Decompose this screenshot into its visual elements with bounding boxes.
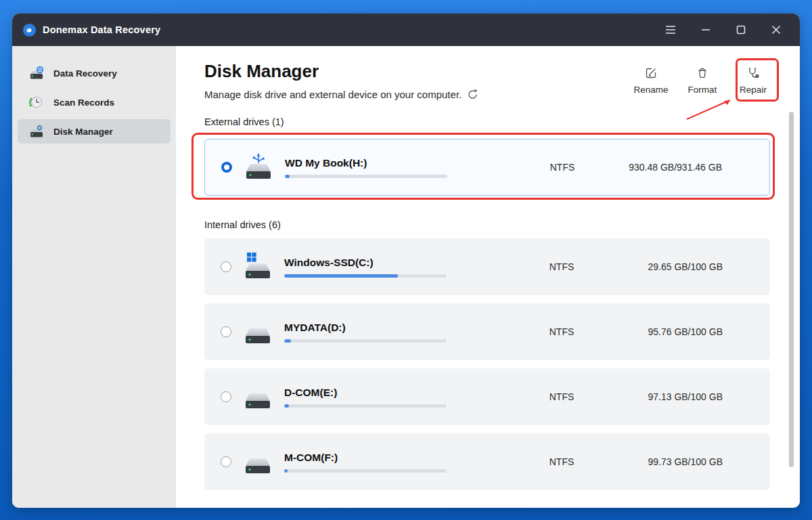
capacity-label: 930.48 GB/931.46 GB [629, 162, 722, 173]
window-title: Donemax Data Recovery [43, 24, 160, 35]
drive-row-windows-ssd[interactable]: Windows-SSD(C:) NTFS 29.65 GB/100 GB [204, 238, 770, 295]
subtitle-row: Manage disk drive and external device on… [204, 89, 478, 100]
radio-unselected[interactable] [221, 261, 231, 272]
capacity-label: 99.73 GB/100 GB [648, 456, 723, 467]
filesystem-label: NTFS [533, 391, 591, 402]
radio-selected[interactable] [221, 162, 232, 173]
drive-info: D-COM(E:) [284, 387, 447, 408]
format-button[interactable]: Format [682, 66, 723, 95]
usb-drive-icon [242, 152, 275, 183]
usage-bar-fill [284, 469, 288, 473]
titlebar: Donemax Data Recovery [12, 14, 800, 46]
usage-bar-fill [285, 175, 290, 178]
repair-stethoscope-icon [746, 66, 760, 80]
filesystem-label: NTFS [533, 326, 591, 337]
close-icon[interactable] [767, 20, 785, 40]
radio-unselected[interactable] [221, 326, 231, 337]
drive-row-m-com[interactable]: M-COM(F:) NTFS 99.73 GB/100 GB [204, 433, 770, 490]
sidebar-item-label: Scan Records [53, 98, 114, 108]
annotation-arrow [682, 95, 739, 125]
radio-unselected[interactable] [221, 391, 231, 402]
usage-bar [284, 469, 447, 473]
usage-bar [284, 339, 447, 343]
filesystem-label: NTFS [533, 162, 591, 173]
sidebar-item-scan-records[interactable]: Scan Records [18, 90, 171, 114]
scan-records-icon [28, 95, 45, 110]
drive-row-d-com[interactable]: D-COM(E:) NTFS 97.13 GB/100 GB [204, 368, 770, 425]
usage-bar [284, 404, 447, 408]
drive-row-mydata[interactable]: MYDATA(D:) NTFS 95.76 GB/100 GB [204, 303, 770, 360]
drive-name: Windows-SSD(C:) [284, 257, 447, 269]
desktop: { "window": { "title": "Donemax Data Rec… [0, 0, 812, 520]
page-subtitle: Manage disk drive and external device on… [204, 89, 461, 100]
drive-info: Windows-SSD(C:) [284, 257, 447, 278]
drive-name: D-COM(E:) [284, 387, 447, 399]
drive-icon [242, 446, 274, 477]
section-external-drives: External drives (1) [204, 116, 284, 127]
sidebar-item-data-recovery[interactable]: Data Recovery [18, 61, 171, 85]
usage-bar [284, 274, 447, 278]
main-content: Disk Manager Manage disk drive and exter… [176, 46, 800, 508]
rename-edit-icon [644, 66, 658, 80]
sidebar-item-label: Data Recovery [53, 68, 117, 79]
drive-icon [242, 381, 274, 412]
disk-gear-icon [28, 124, 45, 139]
maximize-icon[interactable] [732, 20, 750, 40]
format-trash-icon [696, 66, 709, 80]
menu-icon[interactable] [662, 20, 679, 40]
repair-button[interactable]: Repair [733, 66, 773, 95]
scrollbar-thumb[interactable] [789, 112, 794, 467]
filesystem-label: NTFS [533, 456, 591, 467]
usage-bar-fill [284, 274, 398, 278]
sidebar-item-label: Disk Manager [53, 127, 113, 137]
usage-bar [285, 175, 447, 178]
drive-name: MYDATA(D:) [284, 322, 447, 334]
capacity-label: 95.76 GB/100 GB [648, 326, 723, 337]
minimize-icon[interactable] [697, 20, 715, 40]
drive-icon [242, 316, 274, 347]
capacity-label: 97.13 GB/100 GB [648, 391, 723, 402]
drive-info: MYDATA(D:) [284, 322, 447, 343]
filesystem-label: NTFS [533, 261, 591, 272]
drive-info: WD My Book(H:) [285, 157, 447, 178]
sidebar: Data Recovery Scan Records Disk Manag [12, 46, 176, 508]
drive-info: M-COM(F:) [284, 452, 447, 473]
page-title: Disk Manager [204, 61, 319, 82]
rename-label: Rename [633, 85, 668, 95]
capacity-label: 29.65 GB/100 GB [648, 261, 723, 272]
rename-button[interactable]: Rename [631, 66, 671, 95]
drive-name: WD My Book(H:) [285, 157, 447, 169]
usage-bar-fill [284, 404, 289, 408]
radio-unselected[interactable] [221, 456, 231, 467]
drive-row-wd-my-book[interactable]: WD My Book(H:) NTFS 930.48 GB/931.46 GB [204, 139, 770, 196]
refresh-icon[interactable] [467, 89, 478, 100]
drive-name: M-COM(F:) [284, 452, 447, 464]
section-internal-drives: Internal drives (6) [204, 219, 281, 230]
app-window: Donemax Data Recovery [12, 14, 800, 508]
format-label: Format [688, 85, 717, 95]
windows-drive-icon [242, 251, 274, 282]
repair-label: Repair [740, 85, 767, 95]
app-logo-icon [22, 23, 37, 37]
window-controls [662, 14, 785, 46]
drive-recovery-icon [28, 66, 45, 81]
usage-bar-fill [284, 339, 291, 343]
sidebar-item-disk-manager[interactable]: Disk Manager [18, 119, 171, 144]
